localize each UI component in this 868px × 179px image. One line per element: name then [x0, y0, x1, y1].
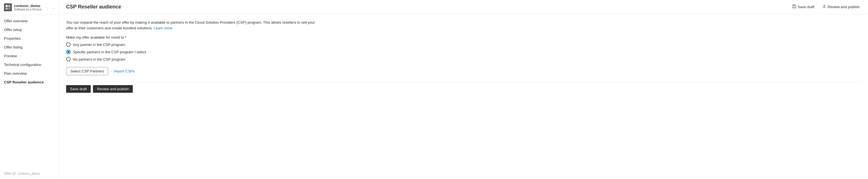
- page-title: CSP Reseller audience: [66, 4, 121, 10]
- brand: contoso_demo Software as a Service: [4, 3, 41, 11]
- radio-specific-partners[interactable]: Specific partners in the CSP program I s…: [66, 49, 861, 54]
- main-content: CSP Reseller audience Save draft: [59, 0, 868, 179]
- sidebar-item-plan-overview[interactable]: Plan overview: [0, 69, 59, 78]
- svg-rect-2: [6, 8, 8, 9]
- brand-subtitle: Software as a Service: [14, 8, 41, 11]
- learn-more-link[interactable]: Learn more: [154, 26, 173, 30]
- svg-rect-5: [793, 5, 795, 6]
- sidebar-nav: Offer overview Offer setup Properties Of…: [0, 15, 59, 169]
- review-and-publish-button[interactable]: Review and publish: [93, 85, 133, 93]
- sidebar-item-csp-reseller-audience[interactable]: CSP Reseller audience: [0, 78, 59, 86]
- field-label: Make my offer available for resell to *: [66, 35, 861, 39]
- radio-specific-partners-input[interactable]: [66, 49, 71, 54]
- sidebar-item-offer-setup[interactable]: Offer setup: [0, 25, 59, 34]
- radio-any-partner-label: Any partner in the CSP program: [73, 43, 125, 47]
- sidebar-header: contoso_demo Software as a Service …: [0, 0, 59, 15]
- sidebar-item-offer-overview[interactable]: Offer overview: [0, 16, 59, 25]
- import-arrow-icon: ↑: [111, 69, 113, 73]
- main-header: CSP Reseller audience Save draft: [59, 0, 868, 14]
- divider: [66, 82, 861, 82]
- expand-icon[interactable]: …: [52, 5, 55, 9]
- radio-no-partners-label: No partners in the CSP program: [73, 57, 125, 62]
- csp-button-row: Select CSP Partners ↑ Import CSPs: [66, 67, 861, 75]
- import-csps-label: Import CSPs: [114, 69, 135, 73]
- svg-rect-6: [793, 6, 795, 8]
- radio-any-partner-input[interactable]: [66, 42, 71, 47]
- offer-id-label: Offer ID: contoso_demo: [4, 172, 40, 176]
- content-area: You can expand the reach of your offer b…: [59, 14, 868, 179]
- brand-name: contoso_demo: [14, 4, 41, 8]
- header-review-publish-label: Review and publish: [828, 5, 860, 9]
- sidebar-item-properties[interactable]: Properties: [0, 34, 59, 43]
- header-save-draft-label: Save draft: [798, 5, 814, 9]
- radio-no-partners[interactable]: No partners in the CSP program: [66, 57, 861, 62]
- radio-any-partner[interactable]: Any partner in the CSP program: [66, 42, 861, 47]
- action-row: Save draft Review and publish: [66, 85, 861, 93]
- radio-group: Any partner in the CSP program Specific …: [66, 42, 861, 62]
- review-publish-icon: [822, 4, 826, 9]
- required-marker: *: [124, 35, 127, 39]
- sidebar-footer: Offer ID: contoso_demo: [0, 169, 59, 179]
- import-csps-link[interactable]: ↑ Import CSPs: [111, 69, 135, 73]
- svg-rect-0: [6, 5, 8, 7]
- header-save-draft-button[interactable]: Save draft: [790, 3, 816, 10]
- radio-specific-partners-label: Specific partners in the CSP program I s…: [73, 50, 146, 54]
- header-actions: Save draft Review and publish: [790, 3, 861, 10]
- brand-icon: [4, 3, 12, 11]
- sidebar-item-offer-listing[interactable]: Offer listing: [0, 43, 59, 51]
- sidebar: contoso_demo Software as a Service … Off…: [0, 0, 59, 179]
- header-review-publish-button[interactable]: Review and publish: [820, 3, 861, 10]
- svg-rect-3: [8, 8, 10, 9]
- save-draft-button[interactable]: Save draft: [66, 85, 91, 93]
- radio-no-partners-input[interactable]: [66, 57, 71, 62]
- sidebar-item-preview[interactable]: Preview: [0, 51, 59, 60]
- sidebar-item-technical-configuration[interactable]: Technical configuration: [0, 60, 59, 69]
- save-draft-icon: [792, 4, 796, 9]
- svg-rect-1: [8, 5, 10, 7]
- select-csp-partners-button[interactable]: Select CSP Partners: [66, 67, 108, 75]
- brand-text: contoso_demo Software as a Service: [14, 4, 41, 11]
- description-text: You can expand the reach of your offer b…: [66, 20, 320, 31]
